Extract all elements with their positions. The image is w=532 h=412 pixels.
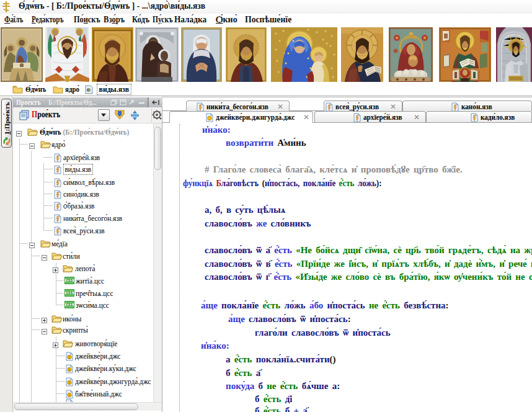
- svg-text:css: css: [66, 290, 73, 295]
- svg-text:css: css: [66, 302, 73, 307]
- svg-text:css: css: [66, 278, 73, 282]
